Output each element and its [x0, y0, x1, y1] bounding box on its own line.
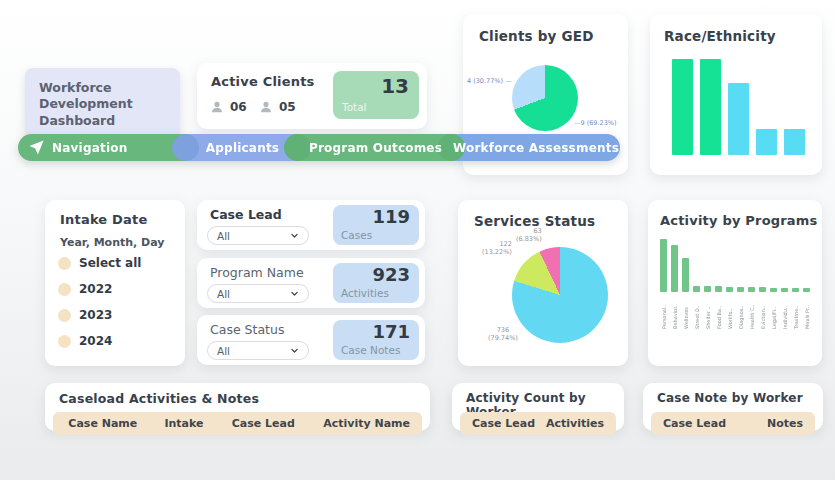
activities-stat-badge: 923 Activities — [333, 263, 419, 303]
page-title: Workforce Development Dashboard — [25, 68, 180, 129]
table-header-row: Case Lead Activities — [460, 412, 616, 435]
dashboard-title-card: Workforce Development Dashboard — [25, 68, 180, 138]
intake-option-2023[interactable]: 2023 — [58, 308, 112, 322]
intake-date-title: Intake Date — [60, 212, 148, 227]
bar-label: Wellness — [683, 295, 689, 329]
user-icon — [210, 100, 224, 114]
bar — [704, 286, 711, 292]
cases-label: Cases — [341, 229, 372, 241]
case-status-dropdown[interactable]: All — [207, 341, 309, 360]
nav-tab-label: Workforce Assessments — [453, 141, 619, 155]
case-status-filter-card: Case Status All 171 Case Notes — [197, 315, 425, 365]
bar — [748, 287, 755, 292]
case-note-by-worker-table: Case Note by Worker Case Lead Notes — [643, 383, 823, 431]
bar-column — [672, 59, 693, 155]
activity-by-programs-bar-chart: Personal..Behavior..WellnessStreet O..Sh… — [660, 239, 810, 329]
program-name-filter-title: Program Name — [210, 265, 304, 280]
bar-stack — [715, 239, 722, 292]
ged-slice-label: 4 (30.77%) — [467, 77, 512, 85]
bar-stack — [759, 239, 766, 292]
bar-column — [784, 59, 805, 155]
bar — [770, 288, 777, 292]
case-lead-dropdown[interactable]: All — [207, 226, 309, 245]
intake-date-filter-card: Intake Date Year, Month, Day Select all … — [45, 200, 185, 366]
bar-stack — [693, 239, 700, 292]
ged-slice-label: 9 (69.23%) — [574, 119, 617, 127]
column-header: Notes — [767, 417, 803, 430]
bar-label: Treatme.. — [793, 295, 799, 329]
column-header: Case Lead — [215, 417, 311, 430]
bar-stack — [660, 239, 667, 292]
bar-column: Personal.. — [660, 239, 667, 329]
race-ethnicity-title: Race/Ethnicity — [664, 28, 776, 44]
nav-tab-applicants[interactable]: Applicants — [186, 134, 299, 161]
bar-label: Meals Pr.. — [804, 295, 810, 329]
services-status-card: Services Status 63 (6.83%) 122 (13.22%) … — [458, 200, 628, 366]
bar-label: Health C.. — [749, 295, 755, 329]
intake-option-label: 2022 — [79, 282, 112, 296]
race-ethnicity-bar-chart — [672, 59, 805, 155]
nav-tab-program-outcomes[interactable]: Program Outcomes — [299, 134, 452, 161]
column-header: Case Lead — [472, 417, 535, 430]
bar — [700, 59, 721, 155]
intake-option-label: Select all — [79, 256, 141, 270]
column-header: Activity Name — [311, 417, 422, 430]
nav-tab-label: Navigation — [52, 141, 127, 155]
bar-column: Workfo.. — [726, 239, 733, 329]
activity-by-programs-title: Activity by Programs — [660, 213, 818, 228]
bar-label: Eviction.. — [760, 295, 766, 329]
bar-label: Diagnos.. — [738, 295, 744, 329]
bar — [660, 239, 667, 292]
dropdown-value: All — [217, 230, 230, 242]
bar-label: Street O.. — [694, 295, 700, 329]
bar-stack — [770, 239, 777, 292]
ged-pie-chart — [512, 65, 578, 131]
bar — [759, 287, 766, 292]
intake-option-label: 2024 — [79, 334, 112, 348]
radio-icon — [58, 283, 71, 296]
case-lead-filter-card: Case Lead All 119 Cases — [197, 200, 425, 250]
bar-column — [700, 59, 721, 155]
intake-option-2022[interactable]: 2022 — [58, 282, 112, 296]
bar-label: Workfo.. — [727, 295, 733, 329]
intake-option-2024[interactable]: 2024 — [58, 334, 112, 348]
bar — [803, 288, 810, 292]
bar-label: Legal/Fi.. — [771, 295, 777, 329]
nav-tab-workforce-assessments[interactable]: Workforce Assessments — [452, 134, 620, 161]
program-name-filter-card: Program Name All 923 Activities — [197, 258, 425, 308]
bar-label: Individu.. — [782, 295, 788, 329]
program-name-dropdown[interactable]: All — [207, 284, 309, 303]
bar — [756, 129, 777, 155]
nav-tab-navigation[interactable]: Navigation — [18, 134, 186, 161]
client-count-group-2: 05 — [259, 100, 296, 114]
bar-column: Meals Pr.. — [803, 239, 810, 329]
bar-column: Individu.. — [781, 239, 788, 329]
services-slice-label: 736 (79.74%) — [488, 326, 518, 342]
column-header: Activities — [546, 417, 604, 430]
case-notes-label: Case Notes — [341, 344, 400, 356]
case-notes-stat-badge: 171 Case Notes — [333, 320, 419, 360]
column-header: Case Lead — [663, 417, 726, 430]
bar-column: Behavior.. — [671, 239, 678, 329]
intake-option-select-all[interactable]: Select all — [58, 256, 141, 270]
total-clients-label: Total — [342, 101, 367, 113]
dropdown-value: All — [217, 345, 230, 357]
client-count-value: 05 — [279, 100, 296, 114]
bar-column: Health C.. — [748, 239, 755, 329]
table-header-row: Case Name Intake Case Lead Activity Name — [53, 412, 422, 435]
nav-tab-label: Applicants — [206, 141, 279, 155]
bar-stack — [803, 239, 810, 292]
activity-by-programs-card: Activity by Programs Personal..Behavior.… — [648, 200, 822, 366]
bar-stack — [671, 239, 678, 292]
bar-stack — [704, 239, 711, 292]
bar-stack — [792, 239, 799, 292]
navigation-arrow-icon — [28, 139, 45, 156]
bar — [682, 258, 689, 292]
bar-label: Food Ba.. — [716, 295, 722, 329]
bar-column: Legal/Fi.. — [770, 239, 777, 329]
client-count-value: 06 — [230, 100, 247, 114]
bar-label: Personal.. — [661, 295, 667, 329]
intake-date-subtitle: Year, Month, Day — [60, 236, 164, 249]
column-header: Intake — [153, 417, 216, 430]
chevron-down-icon — [290, 231, 299, 240]
